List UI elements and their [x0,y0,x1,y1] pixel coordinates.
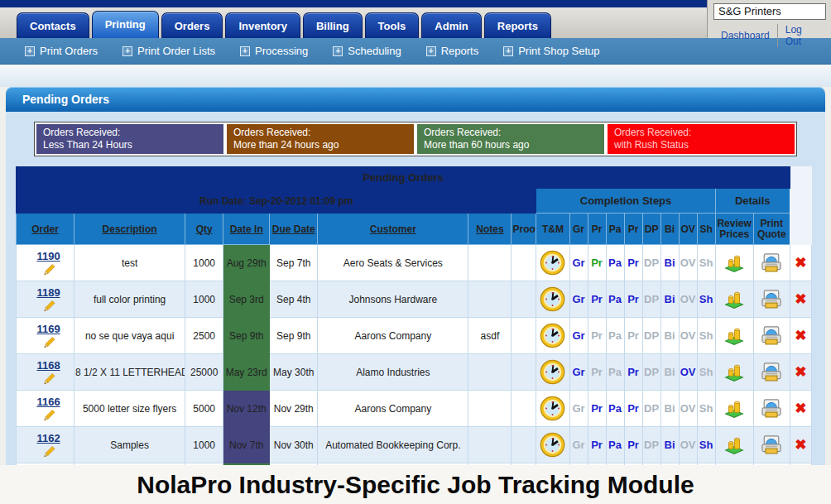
time-materials-clock-icon[interactable] [540,432,565,458]
step-cell[interactable]: Pa [606,354,624,391]
tab-billing[interactable]: Billing [303,12,363,38]
time-materials-clock-icon[interactable] [540,323,565,348]
col-notes[interactable]: Notes [468,214,512,245]
step-cell[interactable]: OV [679,281,697,318]
step-cell[interactable]: Pr [624,427,642,463]
step-cell[interactable]: Pr [624,391,642,427]
print-quote-printer-icon[interactable] [759,397,784,420]
step-cell[interactable]: Sh [697,354,715,391]
tab-printing[interactable]: Printing [92,11,159,38]
col-order[interactable]: Order [17,214,74,245]
time-materials-clock-icon[interactable] [540,396,565,421]
delete-x-icon[interactable]: ✖ [795,437,806,453]
step-cell[interactable]: Pa [606,391,624,427]
edit-pencil-icon[interactable] [38,299,60,314]
print-quote-printer-icon[interactable] [759,361,784,384]
step-cell[interactable]: Bi [660,281,679,318]
menu-reports[interactable]: + Reports [426,45,479,57]
step-cell[interactable]: Pr [588,427,606,463]
step-cell[interactable]: DP [642,245,660,281]
step-cell[interactable]: Pr [624,281,642,318]
time-materials-clock-icon[interactable] [540,286,565,312]
step-cell[interactable]: DP [642,427,660,463]
edit-pencil-icon[interactable] [38,372,60,387]
edit-pencil-icon[interactable] [38,408,60,424]
step-cell[interactable]: OV [679,427,697,463]
menu-print-orders[interactable]: + Print Orders [25,45,98,57]
logout-link[interactable]: Log Out [777,24,826,47]
step-cell[interactable]: OV [679,354,697,391]
step-cell[interactable]: Sh [697,281,715,318]
print-quote-printer-icon[interactable] [759,324,784,348]
time-materials-clock-icon[interactable] [540,359,565,385]
step-cell[interactable]: DP [642,391,660,427]
step-cell[interactable]: Sh [697,391,715,427]
step-cell[interactable]: Pr [624,318,642,354]
step-cell[interactable]: Gr [569,281,588,318]
order-number-link[interactable]: 1166 [23,396,74,408]
step-cell[interactable]: DP [642,281,660,318]
delete-x-icon[interactable]: ✖ [795,328,806,343]
step-cell[interactable]: Gr [569,318,588,354]
step-cell[interactable]: Bi [660,391,679,427]
edit-pencil-icon[interactable] [38,262,60,278]
step-cell[interactable]: Pr [624,354,642,391]
col-customer[interactable]: Customer [318,214,468,245]
col-due-date[interactable]: Due Date [270,214,318,245]
step-cell[interactable]: OV [679,318,697,354]
step-cell[interactable]: Pa [606,245,624,281]
print-quote-printer-icon[interactable] [759,288,784,311]
review-prices-coins-icon[interactable] [723,362,746,383]
review-prices-coins-icon[interactable] [723,434,746,456]
step-cell[interactable]: DP [642,318,660,354]
menu-processing[interactable]: + Processing [240,45,308,57]
step-cell[interactable]: Gr [569,427,588,463]
review-prices-coins-icon[interactable] [723,398,746,420]
review-prices-coins-icon[interactable] [723,289,746,310]
step-cell[interactable]: Pr [624,245,642,281]
order-number-link[interactable]: 1162 [23,432,74,444]
delete-x-icon[interactable]: ✖ [795,255,806,271]
order-number-link[interactable]: 1189 [23,286,74,299]
col-date-in[interactable]: Date In [223,214,270,245]
step-cell[interactable]: Pr [588,391,606,427]
step-cell[interactable]: Bi [660,354,679,391]
tab-admin[interactable]: Admin [421,12,481,38]
step-cell[interactable]: Pr [588,281,606,318]
order-number-link[interactable]: 1169 [23,323,74,335]
time-materials-clock-icon[interactable] [540,250,565,276]
company-selector[interactable]: S&G Printers [713,3,826,20]
step-cell[interactable]: Bi [660,318,679,354]
tab-orders[interactable]: Orders [161,12,223,38]
col-description[interactable]: Description [74,214,185,245]
tab-contacts[interactable]: Contacts [17,12,89,38]
order-number-link[interactable]: 1190 [23,250,74,262]
tab-reports[interactable]: Reports [484,12,551,38]
print-quote-printer-icon[interactable] [759,434,784,457]
tab-inventory[interactable]: Inventory [225,12,300,38]
step-cell[interactable]: Sh [697,427,715,463]
delete-x-icon[interactable]: ✖ [795,401,806,416]
step-cell[interactable]: Sh [697,245,715,281]
step-cell[interactable]: Gr [569,245,588,281]
step-cell[interactable]: DP [642,354,660,391]
menu-scheduling[interactable]: + Scheduling [333,45,401,57]
menu-print-shop-setup[interactable]: + Print Shop Setup [503,45,599,57]
step-cell[interactable]: Gr [569,391,588,427]
step-cell[interactable]: OV [679,245,697,281]
step-cell[interactable]: Bi [660,245,679,281]
delete-x-icon[interactable]: ✖ [795,291,806,307]
step-cell[interactable]: Pa [606,427,624,463]
review-prices-coins-icon[interactable] [723,325,746,347]
step-cell[interactable]: OV [679,391,697,427]
tab-tools[interactable]: Tools [365,12,420,38]
order-number-link[interactable]: 1168 [23,359,74,372]
print-quote-printer-icon[interactable] [759,252,784,275]
step-cell[interactable]: Pr [588,318,606,354]
step-cell[interactable]: Pr [588,354,606,391]
step-cell[interactable]: Gr [569,354,588,391]
step-cell[interactable]: Sh [697,318,715,354]
step-cell[interactable]: Bi [660,427,679,463]
step-cell[interactable]: Pr [588,245,606,281]
step-cell[interactable]: Pa [606,281,624,318]
